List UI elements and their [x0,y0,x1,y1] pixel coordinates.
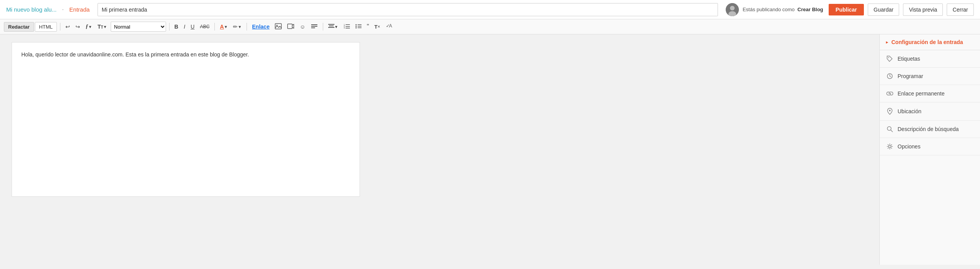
svg-rect-19 [358,24,362,25]
sidebar: ▸ Configuración de la entrada Etiquetas [879,34,980,265]
emoji-icon: ☺ [300,24,305,30]
sidebar-item-opciones[interactable]: Opciones [880,138,980,155]
svg-rect-8 [311,27,315,28]
close-button[interactable]: Cerrar [947,3,974,16]
undo-button[interactable]: ↩ [63,22,72,31]
sidebar-label-opciones: Opciones [898,143,920,150]
search-icon [886,126,894,132]
format-select[interactable]: Normal Título Subtítulo Encabezado menor [111,22,166,32]
bold-button[interactable]: B [173,22,180,31]
highlight-icon: ✏ [233,24,238,30]
post-title-input[interactable] [98,3,718,16]
svg-text:A: A [389,23,392,29]
clear-format-button[interactable]: T ✕ [372,23,382,31]
sidebar-label-enlace-permanente: Enlace permanente [898,90,944,97]
unordered-list-button[interactable] [353,22,363,31]
spell-check-icon: ✓ A [386,23,393,31]
image-button[interactable] [273,22,284,32]
save-button[interactable]: Guardar [868,3,899,16]
toolbar-divider-5 [323,23,323,31]
svg-rect-5 [288,24,292,29]
align-button[interactable]: ▼ [326,22,340,31]
tab-html[interactable]: HTML [35,22,57,32]
top-bar: Mi nuevo blog alu... · Entrada Estás pub… [0,0,980,19]
sidebar-label-ubicacion: Ubicación [898,108,921,114]
sidebar-item-descripcion[interactable]: Descripción de búsqueda [880,121,980,138]
more-button[interactable] [309,22,320,31]
svg-point-20 [355,26,356,27]
font-size-button[interactable]: TT ▼ [96,22,109,31]
quote-icon: " [367,24,369,30]
ordered-list-icon: 1. 2. 3. [344,24,350,30]
svg-rect-10 [329,26,334,26]
more-icon [311,24,318,30]
gear-icon [886,143,894,150]
video-icon [287,24,294,30]
font-color-icon: A [220,24,224,30]
dot-separator: · [62,5,64,14]
tab-redactar[interactable]: Redactar [4,22,34,32]
spell-check-button[interactable]: ✓ A [384,22,395,32]
main-area: Hola, querido lector de unavidaonline.co… [0,34,980,265]
font-size-icon: TT [98,24,103,30]
editor-tabs: Redactar HTML [4,22,57,32]
post-editor[interactable]: Hola, querido lector de unavidaonline.co… [12,42,360,197]
sidebar-item-etiquetas[interactable]: Etiquetas [880,50,980,68]
svg-line-29 [890,76,891,77]
svg-rect-17 [346,28,350,29]
font-family-button[interactable]: ƒ ▼ [84,22,94,31]
svg-rect-15 [346,26,350,27]
svg-rect-23 [358,27,362,28]
publishing-blog-name: Crear Blog [797,7,823,12]
blog-title[interactable]: Mi nuevo blog alu... [6,6,57,13]
avatar [726,3,739,16]
svg-point-18 [355,24,356,25]
sidebar-item-programar[interactable]: Programar [880,68,980,85]
strikethrough-button[interactable]: ABC [198,23,212,31]
svg-point-26 [888,57,889,58]
svg-point-1 [730,6,735,10]
sidebar-label-descripcion: Descripción de búsqueda [898,126,959,132]
underline-button[interactable]: U [189,22,197,31]
sidebar-label-programar: Programar [898,73,923,79]
link-button[interactable]: Enlace [250,22,271,31]
unordered-list-icon [355,24,362,30]
editor-content: Hola, querido lector de unavidaonline.co… [21,51,249,58]
entry-label: Entrada [69,6,90,13]
video-button[interactable] [285,22,296,31]
italic-button[interactable]: I [182,22,187,31]
svg-point-34 [889,145,891,148]
highlight-button[interactable]: ✏ ▼ [231,22,243,31]
undo-icon: ↩ [65,24,70,30]
highlight-dropdown-icon: ▼ [238,25,242,29]
font-family-icon: ƒ [86,24,88,30]
svg-text:3.: 3. [344,27,345,29]
svg-rect-9 [328,24,334,25]
sidebar-title: Configuración de la entrada [891,39,963,45]
svg-rect-11 [328,27,334,28]
editor-area: Hola, querido lector de unavidaonline.co… [0,34,879,265]
link-icon [886,91,894,96]
sidebar-item-ubicacion[interactable]: Ubicación [880,102,980,121]
quote-button[interactable]: " [365,22,371,31]
svg-rect-3 [275,24,281,29]
svg-point-31 [889,110,891,111]
publishing-text: Estás publicando como Crear Blog [743,7,823,12]
publish-button[interactable]: Publicar [829,4,864,15]
sidebar-item-enlace-permanente[interactable]: Enlace permanente [880,85,980,102]
font-color-dropdown-icon: ▼ [224,25,228,29]
sidebar-collapse-icon[interactable]: ▸ [886,39,888,45]
clock-icon [886,73,894,79]
toolbar-divider-1 [60,23,60,31]
preview-button[interactable]: Vista previa [903,3,943,16]
emoji-button[interactable]: ☺ [298,22,307,31]
tag-icon [886,56,894,62]
toolbar-divider-4 [247,23,247,31]
font-color-button[interactable]: A ▼ [218,22,230,31]
redo-button[interactable]: ↪ [74,22,82,31]
sidebar-label-etiquetas: Etiquetas [898,56,920,62]
sidebar-header: ▸ Configuración de la entrada [880,34,980,50]
ordered-list-button[interactable]: 1. 2. 3. [342,22,352,31]
svg-rect-21 [358,26,362,27]
svg-rect-13 [346,24,350,25]
